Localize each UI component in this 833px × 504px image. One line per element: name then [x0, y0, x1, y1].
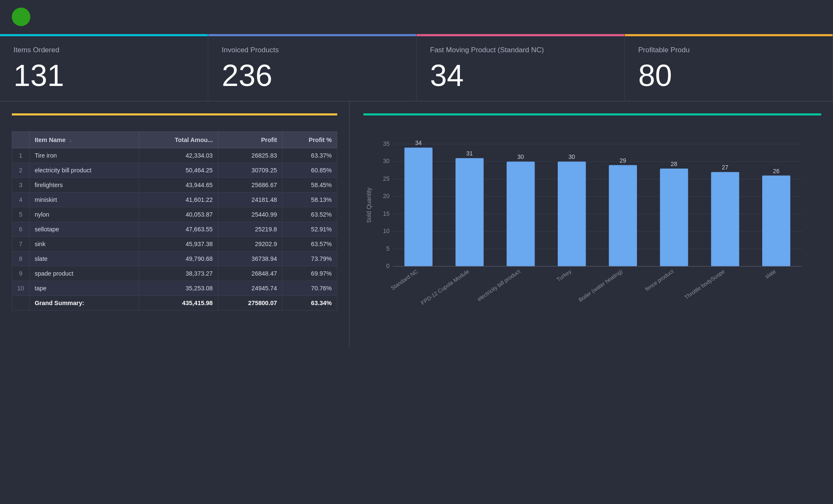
table-row: 6 sellotape 47,663.55 25219.8 52.91% — [12, 222, 337, 237]
row-num: 9 — [12, 266, 30, 281]
row-num: 6 — [12, 222, 30, 237]
kpi-card-3: Profitable Produ 80 — [625, 34, 833, 101]
item-name: electricity bill product — [30, 163, 139, 178]
profit: 26848.47 — [218, 266, 282, 281]
item-name: firelighters — [30, 178, 139, 193]
x-label: Throttle bodySuspe — [683, 268, 726, 300]
total-amount: 38,373.27 — [139, 266, 218, 281]
x-label: fence product — [644, 268, 674, 292]
x-label: Boiler (water heating) — [578, 268, 624, 303]
profit-pct: 52.91% — [282, 222, 337, 237]
item-name: miniskirt — [30, 193, 139, 207]
x-label: slate — [764, 268, 777, 280]
bar-value: 34 — [415, 139, 422, 146]
total-amount: 47,663.55 — [139, 222, 218, 237]
summary-profit-pct: 63.34% — [282, 296, 337, 311]
row-num: 5 — [12, 207, 30, 222]
total-amount: 40,053.87 — [139, 207, 218, 222]
profit: 25686.67 — [218, 178, 282, 193]
total-amount: 42,334.03 — [139, 148, 218, 163]
profit-pct: 58.45% — [282, 178, 337, 193]
grand-summary-row: Grand Summary: 435,415.98 275800.07 63.3… — [12, 296, 337, 311]
item-name: slate — [30, 252, 139, 266]
item-name: Tire iron — [30, 148, 139, 163]
kpi-label-1: Invoiced Products — [222, 46, 403, 54]
profit-pct: 58.13% — [282, 193, 337, 207]
summary-profit: 275800.07 — [218, 296, 282, 311]
kpi-label-3: Profitable Produ — [638, 46, 819, 54]
bar-rect — [660, 169, 688, 266]
profit-pct: 69.97% — [282, 266, 337, 281]
profit: 30709.25 — [218, 163, 282, 178]
left-panel: Item Name ↓ Total Amou... Profit Profit … — [0, 102, 350, 347]
summary-blank — [12, 296, 30, 311]
sort-icon: ↓ — [70, 138, 72, 143]
total-amount: 50,464.25 — [139, 163, 218, 178]
profit: 25219.8 — [218, 222, 282, 237]
table-row: 2 electricity bill product 50,464.25 307… — [12, 163, 337, 178]
kpi-value-3: 80 — [638, 60, 819, 91]
bar-chart-svg: 05101520253035Sold Quantity34Standard NC… — [363, 131, 810, 334]
bar-rect — [456, 158, 484, 266]
x-label: Standard NC — [390, 268, 419, 291]
row-num: 4 — [12, 193, 30, 207]
profit-pct: 63.52% — [282, 207, 337, 222]
row-num: 10 — [12, 281, 30, 296]
x-label: Turkey — [555, 268, 572, 283]
profit-pct: 73.79% — [282, 252, 337, 266]
bar-value: 30 — [569, 153, 575, 160]
x-label: FPD-12 Cupola Module — [420, 268, 470, 306]
bar-value: 30 — [517, 153, 524, 160]
kpi-card-1: Invoiced Products 236 — [208, 34, 416, 101]
top-products-table: Item Name ↓ Total Amou... Profit Profit … — [12, 131, 337, 311]
profit-pct: 70.76% — [282, 281, 337, 296]
y-tick-label: 30 — [383, 158, 390, 164]
profit: 24181.48 — [218, 193, 282, 207]
row-num: 2 — [12, 163, 30, 178]
y-axis-title: Sold Quantity — [365, 188, 372, 223]
total-amount: 49,790.68 — [139, 252, 218, 266]
item-name: sink — [30, 237, 139, 252]
col-profit: Profit — [218, 132, 282, 148]
row-num: 3 — [12, 178, 30, 193]
y-tick-label: 5 — [386, 245, 390, 252]
table-row: 7 sink 45,937.38 29202.9 63.57% — [12, 237, 337, 252]
kpi-card-2: Fast Moving Product (Standard NC) 34 — [416, 34, 625, 101]
bar-rect — [507, 161, 535, 266]
bar-value: 28 — [671, 161, 677, 167]
bar-value: 27 — [722, 164, 728, 171]
table-row: 10 tape 35,253.08 24945.74 70.76% — [12, 281, 337, 296]
total-amount: 35,253.08 — [139, 281, 218, 296]
kpi-value-0: 131 — [13, 60, 194, 91]
bar-rect — [609, 165, 637, 266]
col-profit-pct: Profit % — [282, 132, 337, 148]
total-amount: 45,937.38 — [139, 237, 218, 252]
kpi-card-0: Items Ordered 131 — [0, 34, 208, 101]
bar-rect — [404, 147, 433, 266]
total-amount: 41,601.22 — [139, 193, 218, 207]
item-name: nylon — [30, 207, 139, 222]
kpi-value-1: 236 — [222, 60, 403, 91]
profit: 36738.94 — [218, 252, 282, 266]
x-label: electricity bill product — [476, 268, 521, 303]
bar-rect — [558, 161, 586, 266]
table-row: 3 firelighters 43,944.65 25686.67 58.45% — [12, 178, 337, 193]
table-row: 8 slate 49,790.68 36738.94 73.79% — [12, 252, 337, 266]
bar-value: 29 — [620, 157, 626, 164]
table-row: 9 spade product 38,373.27 26848.47 69.97… — [12, 266, 337, 281]
kpi-label-0: Items Ordered — [13, 46, 194, 54]
col-total: Total Amou... — [139, 132, 218, 148]
app-header — [0, 0, 833, 34]
profit: 29202.9 — [218, 237, 282, 252]
item-name: sellotape — [30, 222, 139, 237]
profit-pct: 63.57% — [282, 237, 337, 252]
table-row: 5 nylon 40,053.87 25440.99 63.52% — [12, 207, 337, 222]
y-tick-label: 25 — [383, 175, 390, 182]
row-num: 8 — [12, 252, 30, 266]
profit: 25440.99 — [218, 207, 282, 222]
col-num — [12, 132, 30, 148]
bar-value: 26 — [773, 168, 780, 174]
bar-rect — [711, 172, 739, 266]
y-tick-label: 10 — [383, 228, 390, 234]
y-tick-label: 0 — [386, 263, 390, 269]
